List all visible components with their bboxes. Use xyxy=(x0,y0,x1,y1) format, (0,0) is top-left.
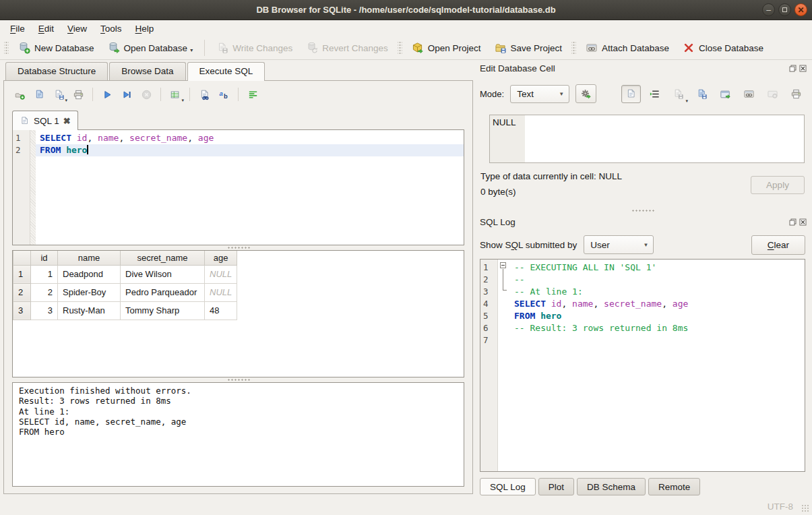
execute-all-button[interactable] xyxy=(98,86,116,102)
table-cell[interactable]: NULL xyxy=(205,265,237,283)
save-project-button[interactable]: Save Project xyxy=(488,38,569,57)
column-header-id[interactable]: id xyxy=(31,251,58,265)
table-cell[interactable]: Rusty-Man xyxy=(58,301,121,320)
toolbar-drag-handle[interactable] xyxy=(4,40,9,55)
token: hero xyxy=(66,145,87,155)
open-in-external-app-button[interactable] xyxy=(739,85,759,103)
editor-results-splitter[interactable] xyxy=(4,245,472,250)
sql-editor-tab[interactable]: SQL 1 ✖ xyxy=(12,111,78,130)
attach-database-icon xyxy=(586,42,598,54)
toolbar-drag-handle[interactable] xyxy=(398,40,402,55)
dock-tab-sql-log[interactable]: SQL Log xyxy=(480,478,536,495)
table-cell[interactable]: 1 xyxy=(31,265,58,283)
table-cell[interactable]: Dive Wilson xyxy=(121,265,205,283)
dropdown-caret-icon[interactable]: ▾ xyxy=(190,47,193,54)
editor-code-area[interactable]: SELECT id, name, secret_name, ageFROM he… xyxy=(36,130,464,245)
toolbar-button-label: Revert Changes xyxy=(322,43,388,53)
column-header-name[interactable]: name xyxy=(58,251,121,265)
export-results-button[interactable]: ▾ xyxy=(166,86,184,102)
print-cell-button[interactable] xyxy=(786,85,806,103)
log-fold-margin[interactable] xyxy=(498,260,510,471)
apply-button[interactable]: Apply xyxy=(751,176,805,194)
menu-view[interactable]: View xyxy=(61,22,94,36)
sql-editor[interactable]: 12 SELECT id, name, secret_name, ageFROM… xyxy=(12,129,464,245)
dropdown-caret-icon[interactable]: ▾ xyxy=(685,98,688,104)
table-cell[interactable]: NULL xyxy=(205,283,237,301)
dock-float-icon[interactable] xyxy=(789,65,797,72)
dock-tab-remote[interactable]: Remote xyxy=(648,478,700,495)
clear-button[interactable]: Clear xyxy=(751,235,805,255)
export-cell-data-button[interactable] xyxy=(716,85,735,103)
new-sql-tab-button[interactable] xyxy=(11,86,28,102)
dropdown-caret-icon[interactable]: ▾ xyxy=(181,98,184,103)
menu-edit[interactable]: Edit xyxy=(32,22,61,36)
attach-database-button[interactable]: Attach Database xyxy=(579,38,676,57)
cell-content: NULL xyxy=(493,117,516,127)
table-cell[interactable]: Pedro Parqueador xyxy=(121,283,205,301)
dock-splitter[interactable] xyxy=(476,206,809,214)
table-cell[interactable]: 3 xyxy=(31,301,58,320)
minimize-button[interactable]: – xyxy=(762,3,775,16)
text-view-button[interactable] xyxy=(621,85,641,103)
splitter-handle-icon xyxy=(227,379,250,381)
execute-current-line-button[interactable] xyxy=(118,86,135,102)
dropdown-caret-icon[interactable]: ▾ xyxy=(65,98,67,103)
row-header[interactable]: 2 xyxy=(13,283,31,301)
menu-file[interactable]: File xyxy=(3,22,32,36)
toggle-word-wrap-button[interactable] xyxy=(244,86,261,102)
toolbar-drag-handle[interactable] xyxy=(571,40,576,55)
collapse-icon[interactable] xyxy=(500,262,506,268)
fold-marker-start[interactable] xyxy=(498,260,510,272)
format-sql-button[interactable] xyxy=(215,86,232,102)
table-cell[interactable]: Tommy Sharp xyxy=(121,301,205,320)
column-header-age[interactable]: age xyxy=(205,251,237,265)
fold-marker-end[interactable] xyxy=(498,284,510,296)
resize-grip-icon[interactable] xyxy=(801,504,810,513)
menu-help[interactable]: Help xyxy=(129,22,161,36)
open-project-button[interactable]: Open Project xyxy=(405,38,488,57)
mode-combo[interactable]: Text ▼ xyxy=(510,85,569,103)
results-message-splitter[interactable] xyxy=(4,377,472,382)
close-tab-icon[interactable]: ✖ xyxy=(63,116,71,126)
close-button[interactable]: ✕ xyxy=(794,3,807,16)
table-row: 11DeadpondDive WilsonNULL xyxy=(13,265,237,283)
table-cell[interactable]: 48 xyxy=(205,301,237,320)
dock-tab-plot[interactable]: Plot xyxy=(538,478,574,495)
submitted-by-combo[interactable]: User ▼ xyxy=(584,235,654,254)
set-null-icon xyxy=(767,88,778,100)
new-database-button[interactable]: New Database xyxy=(11,38,101,57)
open-sql-file-button[interactable] xyxy=(30,86,48,102)
dock-close-icon[interactable] xyxy=(799,65,807,72)
row-header[interactable]: 3 xyxy=(13,301,31,320)
tab-browse-data[interactable]: Browse Data xyxy=(109,62,185,80)
table-cell[interactable]: Spider-Boy xyxy=(58,283,121,301)
column-header-secret-name[interactable]: secret_name xyxy=(121,251,205,265)
token: secret_name xyxy=(129,133,187,143)
table-cell[interactable]: Deadpond xyxy=(58,265,121,283)
save-sql-file-button[interactable]: ▾ xyxy=(50,86,67,102)
dock-close-icon[interactable] xyxy=(799,218,807,226)
tab-database-structure[interactable]: Database Structure xyxy=(5,62,108,80)
tab-execute-sql[interactable]: Execute SQL xyxy=(187,62,266,81)
menu-tools[interactable]: Tools xyxy=(94,22,129,36)
line-number: 7 xyxy=(480,334,497,346)
maximize-button[interactable] xyxy=(778,3,791,16)
save-cell-button: ▾ xyxy=(668,85,688,103)
close-database-button[interactable]: Close Database xyxy=(676,38,770,57)
import-cell-data-button[interactable] xyxy=(692,85,712,103)
line-number: 5 xyxy=(480,310,497,322)
row-header[interactable]: 1 xyxy=(13,265,31,283)
print-sql-button[interactable] xyxy=(69,86,87,102)
code-line xyxy=(510,334,805,346)
dock-float-icon[interactable] xyxy=(789,218,797,226)
find-replace-button[interactable] xyxy=(195,86,213,102)
apply-settings-button[interactable] xyxy=(575,84,596,103)
table-cell[interactable]: 2 xyxy=(31,283,58,301)
dock-tab-db-schema[interactable]: DB Schema xyxy=(577,478,646,495)
save-project-icon xyxy=(495,42,507,54)
word-wrap-cell-button[interactable] xyxy=(645,85,664,103)
save-cell-icon xyxy=(673,88,684,100)
cell-editor[interactable]: NULL xyxy=(489,115,805,163)
fold-marker-mid[interactable] xyxy=(498,272,510,284)
open-database-button[interactable]: Open Database▾ xyxy=(101,38,200,57)
